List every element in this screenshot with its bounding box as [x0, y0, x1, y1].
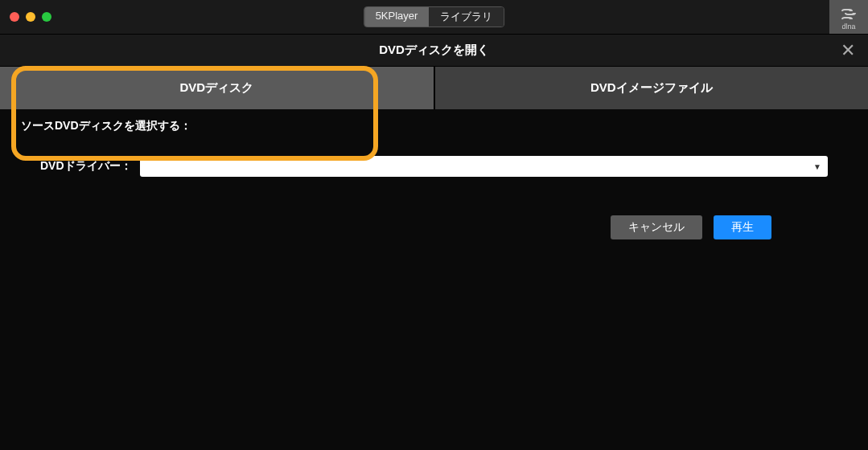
driver-row: DVDドライバー： ▼: [0, 143, 868, 177]
mode-5kplayer-button[interactable]: 5KPlayer: [364, 7, 430, 27]
dialog-title: DVDディスクを開く: [379, 43, 489, 58]
tab-bar: DVDディスク DVDイメージファイル: [0, 66, 868, 109]
dlna-icon: [840, 8, 858, 21]
window-controls: [10, 12, 51, 22]
tab-dvd-image-file[interactable]: DVDイメージファイル: [435, 67, 869, 109]
close-icon[interactable]: ✕: [841, 40, 855, 61]
window-close-button[interactable]: [10, 12, 19, 22]
dlna-label: dlna: [841, 22, 855, 31]
dialog-content: ソースDVDディスクを選択する： DVDドライバー： ▼ キャンセル 再生: [0, 109, 868, 239]
source-disc-label: ソースDVDディスクを選択する：: [21, 119, 191, 133]
dialog-header: DVDディスクを開く ✕: [0, 34, 868, 66]
action-buttons: キャンセル 再生: [0, 177, 868, 239]
mode-library-button[interactable]: ライブラリ: [429, 7, 504, 27]
mode-toggle: 5KPlayer ライブラリ: [364, 6, 505, 27]
window-minimize-button[interactable]: [26, 12, 35, 22]
dlna-button[interactable]: dlna: [829, 0, 868, 39]
window-maximize-button[interactable]: [42, 12, 51, 22]
dvd-driver-select[interactable]: ▼: [140, 156, 828, 177]
titlebar: 5KPlayer ライブラリ dlna: [0, 0, 868, 34]
cancel-button[interactable]: キャンセル: [611, 215, 702, 239]
dvd-driver-label: DVDドライバー：: [40, 159, 132, 174]
chevron-down-icon: ▼: [813, 162, 821, 171]
play-button[interactable]: 再生: [714, 215, 771, 239]
tab-dvd-disc[interactable]: DVDディスク: [0, 67, 434, 109]
